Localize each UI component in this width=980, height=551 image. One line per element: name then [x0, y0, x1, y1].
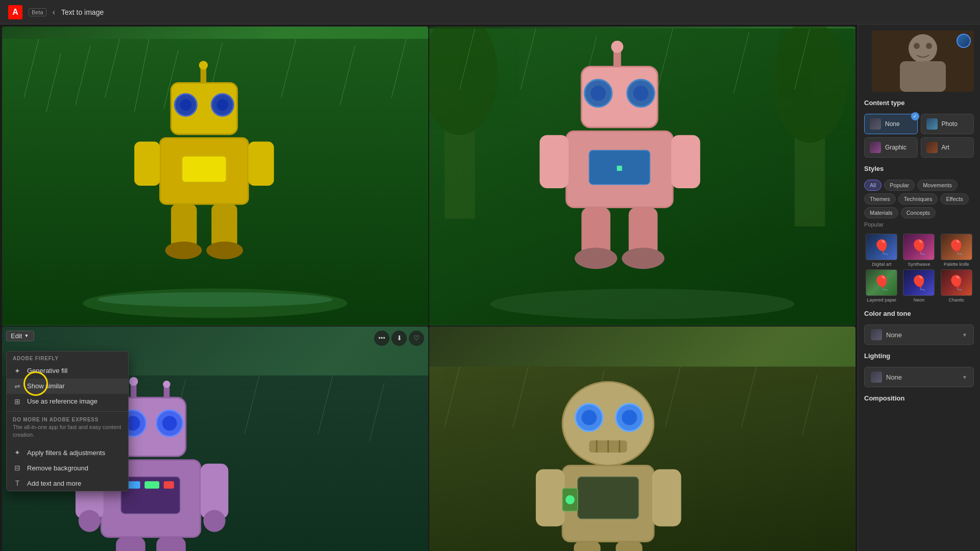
- image-area: ■: [0, 24, 857, 551]
- thumb-palette-knife[interactable]: 🎈 Palette knife: [939, 234, 974, 267]
- beta-badge: Beta: [29, 8, 46, 16]
- thumb-digital-img: 🎈: [866, 234, 897, 260]
- download-button[interactable]: ⬇: [391, 331, 407, 346]
- tag-techniques[interactable]: Techniques: [898, 193, 938, 205]
- lighting-icon: [871, 371, 882, 383]
- svg-point-114: [566, 495, 575, 504]
- tag-materials[interactable]: Materials: [864, 207, 898, 218]
- express-block: DO MORE IN ADOBE EXPRESS The all-in-one …: [7, 414, 128, 445]
- svg-rect-107: [616, 541, 642, 551]
- svg-point-71: [163, 381, 170, 388]
- image-cell-3[interactable]: Edit ▼ ••• ⬇ ♡ ADOBE FIREFLY ✦ Generativ…: [2, 327, 428, 551]
- more-options-button[interactable]: •••: [374, 331, 389, 346]
- tag-popular[interactable]: Popular: [884, 180, 915, 191]
- svg-point-121: [926, 43, 932, 49]
- styles-title: Styles: [864, 165, 974, 172]
- content-type-none[interactable]: None ✓: [864, 114, 918, 134]
- svg-rect-25: [182, 156, 226, 182]
- svg-point-98: [622, 410, 637, 425]
- color-tone-value: None: [886, 331, 902, 339]
- favorite-button[interactable]: ♡: [409, 331, 424, 346]
- thumb-palette-img: 🎈: [941, 234, 972, 260]
- menu-show-similar[interactable]: ⇌ Show similar: [7, 379, 128, 394]
- svg-point-45: [611, 41, 623, 53]
- generative-fill-label: Generative fill: [27, 367, 67, 374]
- thumb-synthwave[interactable]: 🎈 Synthwave: [901, 234, 936, 267]
- express-desc: The all-in-one app for fast and easy con…: [13, 423, 122, 439]
- add-text-icon: T: [13, 479, 22, 487]
- thumb-digital-art[interactable]: 🎈 Digital art: [864, 234, 899, 267]
- thumb-neon-label: Neon: [914, 297, 925, 303]
- edit-dropdown-button[interactable]: Edit ▼: [6, 331, 34, 341]
- content-type-art[interactable]: Art: [921, 137, 974, 158]
- edit-chevron-icon: ▼: [24, 333, 29, 338]
- thumb-layered-img: 🎈: [866, 269, 897, 296]
- image-cell-2[interactable]: ■: [429, 27, 855, 325]
- content-type-grid: None ✓ Photo Graphic Art: [864, 114, 974, 158]
- balloon-chaotic: 🎈: [941, 270, 972, 295]
- svg-rect-21: [171, 204, 197, 248]
- content-type-photo[interactable]: Photo: [921, 114, 974, 134]
- svg-point-75: [79, 510, 101, 532]
- menu-apply-filters[interactable]: ✦ Apply filters & adjustments: [7, 445, 128, 460]
- lighting-dropdown[interactable]: None ▼: [864, 367, 974, 387]
- tag-all[interactable]: All: [864, 180, 881, 191]
- content-type-graphic[interactable]: Graphic: [864, 137, 918, 158]
- lighting-title: Lighting: [864, 352, 974, 360]
- svg-point-67: [162, 416, 177, 431]
- svg-rect-48: [671, 135, 700, 188]
- back-button[interactable]: ‹: [53, 8, 55, 17]
- tag-concepts[interactable]: Concepts: [901, 207, 936, 218]
- thumb-chaotic[interactable]: 🎈 Chaotic: [939, 269, 974, 303]
- lighting-chevron-icon: ▼: [962, 374, 967, 380]
- svg-point-43: [633, 86, 649, 101]
- svg-rect-110: [578, 477, 639, 518]
- thumb-synthwave-img: 🎈: [903, 234, 935, 260]
- image-cell-4[interactable]: [429, 327, 855, 551]
- svg-rect-83: [144, 481, 159, 488]
- balloon-palette: 🎈: [941, 234, 972, 260]
- color-tone-dropdown[interactable]: None ▼: [864, 324, 974, 345]
- thumb-digital-label: Digital art: [872, 262, 891, 267]
- menu-remove-background[interactable]: ⊟ Remove background: [7, 460, 128, 475]
- svg-rect-47: [540, 135, 569, 188]
- adobe-firefly-header: ADOBE FIREFLY: [7, 352, 128, 363]
- tag-effects[interactable]: Effects: [940, 193, 968, 205]
- show-similar-icon: ⇌: [13, 382, 22, 390]
- menu-add-text[interactable]: T Add text and more: [7, 475, 128, 491]
- balloon-synthwave: 🎈: [903, 234, 934, 260]
- menu-divider: [7, 411, 128, 412]
- svg-rect-78: [156, 537, 186, 551]
- tag-movements[interactable]: Movements: [917, 180, 958, 191]
- thumb-neon[interactable]: 🎈 Neon: [901, 269, 936, 303]
- svg-rect-104: [536, 469, 565, 526]
- use-as-reference-icon: ⊞: [13, 397, 22, 406]
- svg-point-13: [180, 99, 191, 111]
- color-tone-chevron-icon: ▼: [962, 332, 967, 338]
- tag-themes[interactable]: Themes: [864, 193, 896, 205]
- svg-point-51: [575, 247, 618, 269]
- style-thumbnails-grid: 🎈 Digital art 🎈 Synthwave 🎈 Palette knif…: [864, 234, 974, 303]
- svg-rect-20: [248, 142, 274, 186]
- topbar: A Beta ‹ Text to image: [0, 0, 980, 24]
- apply-filters-label: Apply filters & adjustments: [27, 449, 105, 457]
- webcam-preview: [872, 31, 974, 92]
- adobe-logo: A: [8, 5, 22, 19]
- svg-rect-68: [131, 384, 137, 397]
- photo-type-icon: [926, 118, 938, 130]
- menu-generative-fill[interactable]: ✦ Generative fill: [7, 363, 128, 379]
- thumb-palette-label: Palette knife: [944, 262, 969, 267]
- main-layout: ■: [0, 24, 980, 551]
- right-panel: Content type None ✓ Photo Graphic Ar: [857, 24, 980, 551]
- svg-point-118: [909, 34, 937, 63]
- svg-text:■: ■: [616, 162, 623, 173]
- svg-rect-119: [900, 61, 946, 92]
- svg-point-96: [581, 410, 597, 425]
- svg-point-23: [165, 241, 202, 259]
- thumb-layered-paper[interactable]: 🎈 Layered paper: [864, 269, 899, 303]
- content-type-title: Content type: [864, 99, 974, 107]
- menu-use-as-reference[interactable]: ⊞ Use as reference image: [7, 394, 128, 409]
- image-cell-1[interactable]: [2, 27, 428, 325]
- svg-point-76: [203, 510, 225, 532]
- content-type-none-label: None: [885, 120, 900, 128]
